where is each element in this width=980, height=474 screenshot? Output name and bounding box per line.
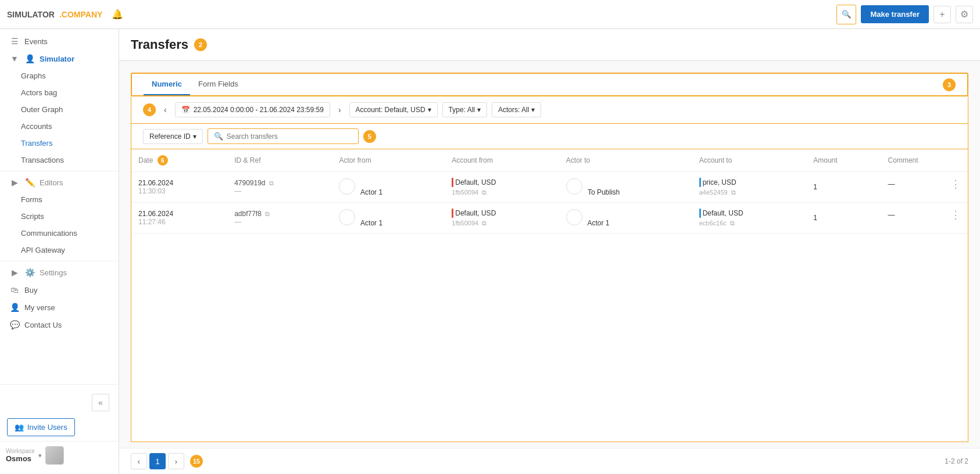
cell-actor-from-1: Actor 1: [332, 203, 445, 234]
account-filter-dropdown[interactable]: Account: Default, USD ▾: [349, 102, 438, 117]
logo-company: .COMPANY: [59, 10, 102, 19]
actors-filter-dropdown[interactable]: Actors: All ▾: [492, 102, 541, 117]
calendar-icon: 📅: [181, 106, 190, 114]
copy-id-icon[interactable]: ⧉: [265, 210, 270, 217]
sidebar-item-label-forms: Forms: [21, 195, 42, 204]
sidebar-item-transactions[interactable]: Transactions: [0, 152, 119, 168]
sidebar-item-buy[interactable]: 🛍 Buy: [0, 281, 119, 299]
copy-account-to-icon[interactable]: ⧉: [730, 220, 735, 227]
actor-to-name: Actor 1: [587, 219, 609, 227]
sidebar-item-transfers[interactable]: Transfers: [0, 135, 119, 152]
actor-from-avatar: [339, 209, 355, 225]
sidebar-item-label-settings: Settings: [40, 268, 67, 277]
topbar: SIMULATOR .COMPANY 🔔 🔍 Make transfer + ⚙: [0, 0, 980, 29]
sidebar-divider-2: [0, 261, 119, 261]
content-header: Transfers 2: [119, 29, 980, 61]
actors-filter-label: Actors: All: [498, 106, 529, 114]
transfers-table: Date 6 ID & Ref Actor from Account from …: [131, 149, 968, 234]
date-prev-button[interactable]: ‹: [160, 104, 170, 116]
page-title: Transfers: [131, 37, 188, 52]
sidebar-item-api-gateway[interactable]: API Gateway: [0, 242, 119, 258]
settings-icon-button[interactable]: ⚙: [956, 6, 973, 23]
workspace-label: Workspace: [6, 448, 35, 454]
ref-id-dropdown[interactable]: Reference ID ▾: [143, 129, 203, 144]
date-range-label: 22.05.2024 0:00:00 - 21.06.2024 23:59:59: [194, 106, 324, 114]
page-1-button[interactable]: 1: [149, 453, 166, 469]
date-range-button[interactable]: 📅 22.05.2024 0:00:00 - 21.06.2024 23:59:…: [175, 102, 330, 117]
events-icon: ☰: [9, 37, 20, 46]
invite-icon: 👥: [15, 423, 24, 432]
sidebar-item-forms[interactable]: Forms: [0, 191, 119, 208]
my-verse-icon: 👤: [9, 303, 20, 312]
sidebar-item-label-accounts: Accounts: [21, 122, 52, 131]
row-menu-button[interactable]: ⋮: [950, 178, 961, 191]
search-transfers-input[interactable]: [227, 132, 352, 141]
account-to-name: price, USD: [703, 178, 736, 186]
account-to-name: Default, USD: [703, 209, 743, 217]
add-icon-button[interactable]: +: [933, 6, 951, 23]
type-filter-dropdown[interactable]: Type: All ▾: [442, 102, 487, 117]
cell-date-1: 21.06.2024 11:27:46: [131, 203, 227, 234]
sidebar-item-scripts[interactable]: Scripts: [0, 208, 119, 225]
sidebar-item-actors-bag[interactable]: Actors bag: [0, 84, 119, 101]
sidebar-item-editors[interactable]: ▶ ✏️ Editors: [0, 174, 119, 191]
invite-users-label: Invite Users: [27, 423, 67, 432]
row-menu-button[interactable]: ⋮: [950, 209, 961, 221]
workspace-avatar[interactable]: [45, 446, 64, 465]
table-body: 21.06.2024 11:30:03 4790919d ⧉ — Actor 1…: [131, 172, 968, 234]
search-row: Reference ID ▾ 🔍 5: [131, 124, 968, 149]
sidebar-item-label-api-gateway: API Gateway: [21, 246, 65, 254]
topbar-left: SIMULATOR .COMPANY 🔔: [7, 9, 123, 20]
comment-text: —: [888, 211, 895, 219]
main-layout: ☰ Events ▼ 👤 Simulator Graphs Actors bag…: [0, 29, 980, 474]
workspace-dropdown-arrow[interactable]: ▾: [38, 452, 42, 459]
cell-amount-1: 1: [806, 203, 881, 234]
sidebar-item-simulator[interactable]: ▼ 👤 Simulator: [0, 50, 119, 67]
tabs-bar: Numeric Form Fields 3: [131, 73, 968, 96]
sidebar-item-outer-graph[interactable]: Outer Graph: [0, 101, 119, 118]
settings-expand-icon: ▶: [9, 268, 20, 277]
topbar-right: 🔍 Make transfer + ⚙: [836, 5, 973, 24]
cell-account-to-0: price, USD a4e52459 ⧉: [692, 172, 807, 203]
search-top-button[interactable]: 🔍: [836, 5, 856, 24]
sidebar-item-label-editors: Editors: [40, 178, 63, 187]
copy-account-from-icon[interactable]: ⧉: [482, 189, 487, 196]
sidebar-item-settings[interactable]: ▶ ⚙️ Settings: [0, 264, 119, 281]
account-filter-label: Account: Default, USD: [356, 106, 425, 114]
search-badge-5: 5: [363, 130, 376, 143]
make-transfer-button[interactable]: Make transfer: [861, 5, 929, 23]
cell-account-from-1: Default, USD 1fb50094 ⧉: [445, 203, 559, 234]
page-nav: ‹ 1 › 15: [131, 453, 203, 469]
ref-id-chevron-icon: ▾: [193, 132, 196, 141]
sidebar-item-accounts[interactable]: Accounts: [0, 118, 119, 135]
invite-users-button[interactable]: 👥 Invite Users: [7, 418, 75, 436]
col-actor-from: Actor from: [332, 149, 445, 172]
date-next-button[interactable]: ›: [335, 104, 345, 116]
account-from-dot: [452, 209, 453, 218]
header-badge-2: 2: [194, 38, 207, 51]
copy-account-from-icon[interactable]: ⧉: [482, 220, 487, 227]
sidebar-collapse-button[interactable]: «: [92, 394, 109, 411]
page-prev-button[interactable]: ‹: [131, 453, 147, 469]
sidebar-item-graphs[interactable]: Graphs: [0, 67, 119, 84]
account-to-dot: [699, 178, 701, 187]
gear-icon: ⚙️: [24, 268, 35, 277]
account-to-dot: [699, 209, 701, 218]
sidebar-item-events[interactable]: ☰ Events: [0, 33, 119, 50]
sidebar-item-contact-us[interactable]: 💬 Contact Us: [0, 316, 119, 333]
notification-icon[interactable]: 🔔: [112, 9, 123, 20]
copy-id-icon[interactable]: ⧉: [269, 179, 274, 186]
type-filter-label: Type: All: [449, 106, 475, 114]
type-chevron-icon: ▾: [477, 106, 481, 114]
tab-numeric[interactable]: Numeric: [144, 74, 190, 95]
table-row: 21.06.2024 11:30:03 4790919d ⧉ — Actor 1…: [131, 172, 968, 203]
account-from-dot: [452, 178, 453, 187]
tab-form-fields[interactable]: Form Fields: [190, 74, 246, 95]
sidebar-item-communications[interactable]: Communications: [0, 225, 119, 242]
sidebar-item-label-my-verse: My verse: [24, 303, 55, 312]
copy-account-to-icon[interactable]: ⧉: [731, 189, 736, 196]
pencil-icon: ✏️: [24, 178, 35, 187]
account-chevron-icon: ▾: [428, 106, 431, 114]
page-next-button[interactable]: ›: [168, 453, 184, 469]
sidebar-item-my-verse[interactable]: 👤 My verse: [0, 299, 119, 316]
